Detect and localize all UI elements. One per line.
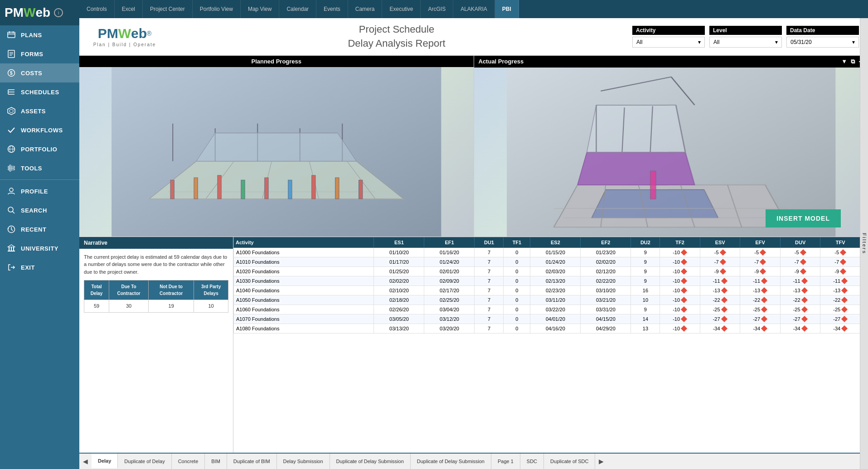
insert-model-actual-btn[interactable]: INSERT MODEL	[766, 209, 841, 227]
chevron-down-icon: ▾	[775, 39, 778, 45]
topnav-portfolio-view[interactable]: Portfolio View	[193, 0, 241, 18]
diamond-icon	[681, 249, 687, 256]
diamond-icon	[681, 306, 687, 313]
diamond-icon	[721, 287, 727, 294]
tab-duplicate-delay[interactable]: Duplicate of Delay	[118, 454, 171, 469]
svg-marker-14	[8, 107, 15, 115]
sidebar-item-recent[interactable]: RECENT	[0, 220, 79, 239]
tab-page-1[interactable]: Page 1	[491, 454, 520, 469]
actual-progress-header: Actual Progress ▼ ⧉ ···	[474, 56, 868, 68]
diamond-icon	[719, 268, 726, 275]
tab-bim[interactable]: BIM	[205, 454, 227, 469]
actual-model-placeholder: INSERT MODEL	[474, 68, 868, 237]
tab-sdc[interactable]: SDC	[520, 454, 544, 469]
diamond-icon	[761, 306, 767, 313]
delay-summary-table: Total Delay Due To Contractor Not Due to…	[84, 280, 228, 313]
table-row: A1030 Foundations02/02/2002/09/207002/13…	[234, 276, 868, 285]
diamond-icon	[760, 268, 766, 275]
activity-filter-select[interactable]: All ▾	[632, 37, 705, 48]
sidebar-item-exit[interactable]: EXIT	[0, 258, 79, 277]
sidebar-item-workflows[interactable]: WORKFLOWS	[0, 121, 79, 140]
col-es2: ES2	[530, 237, 581, 247]
tab-concrete[interactable]: Concrete	[172, 454, 205, 469]
topnav-excel[interactable]: Excel	[115, 0, 143, 18]
topnav-pbi[interactable]: PBI	[495, 0, 519, 18]
sidebar-item-schedules[interactable]: SCHEDULES	[0, 82, 79, 102]
filter-icon[interactable]: ▼	[841, 58, 847, 65]
sidebar-item-forms[interactable]: FORMS	[0, 44, 79, 63]
tab-prev-arrow[interactable]: ◀	[79, 454, 92, 469]
sidebar-item-costs[interactable]: $ COSTS	[0, 63, 79, 82]
topnav-controls[interactable]: Controls	[79, 0, 115, 18]
col-ef1: EF1	[424, 237, 475, 247]
tab-duplicate-delay-submission-2[interactable]: Duplicate of Delay Submission	[411, 454, 491, 469]
diamond-icon	[719, 249, 726, 256]
svg-marker-71	[587, 105, 685, 152]
sidebar-item-tools[interactable]: TOOLS	[0, 159, 79, 178]
workflows-icon	[6, 125, 16, 135]
topnav-project-center[interactable]: Project Center	[143, 0, 193, 18]
svg-rect-48	[170, 180, 174, 199]
table-row: A1050 Foundations02/18/2002/25/207003/11…	[234, 295, 868, 305]
svg-rect-27	[9, 247, 10, 251]
progress-section: Planned Progress	[79, 56, 868, 237]
diamond-icon	[719, 259, 726, 265]
sidebar-item-assets[interactable]: ASSETS	[0, 102, 79, 121]
activity-table: Activity ES1 EF1 DU1 TF1 ES2 EF2 DU2 TF2…	[233, 237, 868, 334]
diamond-icon	[681, 287, 687, 294]
university-icon	[6, 243, 16, 253]
col-tfv: TFV	[820, 237, 861, 247]
data-date-filter-group: Data Date 05/31/20 ▾	[786, 26, 859, 48]
topnav-arcgis[interactable]: ArcGIS	[421, 0, 453, 18]
diamond-icon	[800, 259, 806, 265]
sidebar-item-search[interactable]: SEARCH	[0, 201, 79, 220]
diamond-icon	[840, 259, 846, 265]
sidebar-item-profile[interactable]: PROFILE	[0, 182, 79, 201]
table-row: A1040 Foundations02/10/2002/17/207002/23…	[234, 285, 868, 295]
level-filter-select[interactable]: All ▾	[709, 37, 782, 48]
tab-next-arrow[interactable]: ▶	[595, 454, 607, 469]
diamond-icon	[801, 325, 808, 332]
svg-rect-51	[241, 180, 245, 199]
portfolio-icon	[6, 144, 16, 154]
svg-rect-29	[13, 247, 14, 251]
tab-duplicate-delay-submission-1[interactable]: Duplicate of Delay Submission	[330, 454, 411, 469]
bottom-tabs: ◀ Delay Duplicate of Delay Concrete BIM …	[79, 453, 868, 469]
chevron-down-icon: ▾	[852, 39, 855, 45]
svg-marker-61	[577, 152, 694, 185]
diamond-icon	[841, 278, 848, 284]
info-icon[interactable]: i	[54, 8, 63, 17]
right-filters-panel[interactable]: Filters	[860, 18, 868, 469]
sidebar: PM W eb i PLANS FORMS $ COSTS SCHEDULES	[0, 0, 79, 469]
sidebar-item-university[interactable]: UNIVERSITY	[0, 239, 79, 258]
topnav-executive[interactable]: Executive	[382, 0, 421, 18]
svg-rect-19	[8, 166, 15, 168]
topnav-map-view[interactable]: Map View	[241, 0, 279, 18]
diamond-icon	[681, 278, 687, 284]
tab-delay-submission[interactable]: Delay Submission	[277, 454, 330, 469]
export-icon[interactable]: ⧉	[851, 58, 855, 65]
data-date-filter-label: Data Date	[786, 26, 859, 35]
sidebar-item-plans[interactable]: PLANS	[0, 25, 79, 44]
col-du1: DU1	[475, 237, 504, 247]
diamond-icon	[760, 249, 766, 256]
diamond-icon	[721, 278, 727, 284]
topnav-events[interactable]: Events	[316, 0, 348, 18]
diamond-icon	[800, 268, 806, 275]
tab-duplicate-bim[interactable]: Duplicate of BIM	[227, 454, 277, 469]
diamond-icon	[800, 249, 806, 256]
data-date-filter-select[interactable]: 05/31/20 ▾	[786, 37, 859, 48]
activity-table-scroll[interactable]: Activity ES1 EF1 DU1 TF1 ES2 EF2 DU2 TF2…	[233, 237, 868, 453]
tab-duplicate-sdc[interactable]: Duplicate of SDC	[544, 454, 595, 469]
diamond-icon	[841, 316, 848, 322]
sidebar-item-portfolio[interactable]: PORTFOLIO	[0, 140, 79, 159]
topnav-calendar[interactable]: Calendar	[279, 0, 316, 18]
narrative-header: Narrative	[79, 237, 233, 249]
topnav-camera[interactable]: Camera	[348, 0, 383, 18]
tools-icon	[6, 163, 16, 173]
topnav-alakaria[interactable]: ALAKARIA	[453, 0, 495, 18]
svg-rect-49	[194, 178, 198, 199]
tab-delay[interactable]: Delay	[92, 453, 118, 468]
svg-rect-55	[335, 178, 339, 199]
svg-rect-30	[8, 251, 15, 251]
